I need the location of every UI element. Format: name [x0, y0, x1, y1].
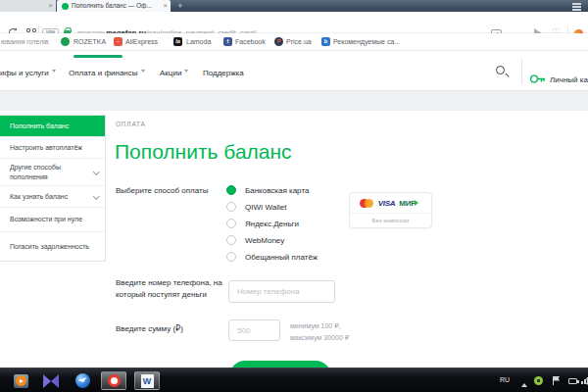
search-icon[interactable]	[496, 66, 505, 74]
media-player-icon[interactable]	[11, 372, 30, 389]
radio-qiwi[interactable]: QIWI Wallet	[226, 202, 286, 212]
bookmark-hotels[interactable]: ювання готелів	[1, 38, 49, 45]
radio-webmoney[interactable]: WebMoney	[226, 235, 284, 245]
facebook-icon: f	[223, 37, 232, 46]
priceua-icon: P	[274, 37, 283, 46]
radio-label: QIWI Wallet	[245, 203, 286, 212]
tray-expand-icon[interactable]	[521, 380, 527, 387]
sidebar-item-label: Как узнать баланс	[10, 192, 68, 201]
mir-arrow-icon	[415, 200, 421, 206]
mir-text: МИР	[399, 199, 416, 208]
amount-input[interactable]	[228, 319, 280, 341]
action-center-flag-icon[interactable]	[553, 376, 554, 385]
visa-logo: VISA	[378, 199, 395, 208]
personal-account-link[interactable]: Личный ка	[529, 69, 588, 86]
sidebar-item-autopay[interactable]: Настроить автоплатёж	[0, 137, 105, 159]
nav-support[interactable]: Поддержка	[203, 69, 244, 77]
radio-yandex-money[interactable]: Яндекс.Деньги	[226, 219, 299, 228]
sidebar-item-other-methods[interactable]: Другие способы пополнения	[0, 159, 105, 186]
phone-input[interactable]	[228, 280, 335, 303]
sidebar-item-pay-debt[interactable]: Погасить задолженность	[0, 232, 105, 261]
browser-menu-icon[interactable]	[572, 3, 581, 5]
tab-title: Пополнить баланс — Оф...	[72, 2, 156, 9]
phone-label: Введите номер телефона, на который посту…	[116, 277, 229, 301]
bookmark-aliexpress[interactable]: AliExpress	[125, 38, 158, 45]
sidebar-menu: Пополнить баланс Настроить автоплатёж Др…	[0, 115, 106, 262]
recommended-icon: b	[321, 37, 330, 46]
nav-label: Поддержка	[203, 69, 244, 77]
nav-label: ифы и услуги	[0, 69, 49, 77]
breadcrumb[interactable]: ОПЛАТА	[116, 121, 146, 127]
sidebar-item-topup[interactable]: Пополнить баланс	[0, 116, 105, 137]
nav-label: Акции	[160, 69, 181, 77]
card-types-badge: VISA МИР Без комиссии	[349, 192, 432, 228]
opera-browser-icon[interactable]	[101, 371, 126, 390]
tab-close-icon[interactable]	[163, 1, 168, 11]
sidebar-item-label: Другие способы пополнения	[10, 163, 91, 180]
sidebar-item-zero-options[interactable]: Возможности при нуле	[0, 208, 105, 232]
active-tab[interactable]: Пополнить баланс — Оф...	[57, 0, 171, 12]
rozetka-icon	[61, 37, 70, 46]
radio-bank-card[interactable]: Банковская карта	[226, 185, 309, 195]
chevron-down-icon	[93, 192, 99, 198]
bookmark-lamoda[interactable]: Lamoda	[186, 38, 211, 45]
lamoda-icon: la	[173, 37, 182, 46]
amount-hint-max: максимум 30000 ₽	[290, 334, 349, 342]
radio-icon[interactable]	[226, 202, 236, 212]
login-label: Личный ка	[550, 75, 588, 84]
word-icon[interactable]: W	[134, 371, 160, 390]
amount-hint-min: минимум 100 ₽,	[290, 322, 341, 330]
radio-icon[interactable]	[226, 219, 236, 228]
progress-bar	[74, 55, 122, 58]
radio-icon[interactable]	[226, 235, 236, 245]
chevron-down-icon	[93, 168, 99, 173]
nav-label: Оплата и финансы	[69, 69, 138, 77]
bookmarks-bar: ювання готелів ROZETKA ◦ AliExpress la L…	[0, 33, 588, 51]
radio-label: Обещанный платёж	[245, 253, 318, 262]
page-title: Пополнить баланс	[115, 140, 292, 164]
radio-selected-icon[interactable]	[226, 185, 236, 195]
nav-promos[interactable]: Акции	[160, 69, 188, 77]
new-tab-button[interactable]	[174, 0, 186, 12]
aliexpress-icon: ◦	[114, 37, 122, 46]
amount-label: Введите сумму (₽)	[116, 323, 183, 335]
inactive-tab[interactable]	[0, 0, 56, 12]
no-fee-label: Без комиссии	[350, 214, 431, 227]
radio-label: Банковская карта	[245, 186, 309, 195]
nav-payments[interactable]: Оплата и финансы	[69, 69, 145, 77]
chevron-down-icon	[52, 70, 56, 74]
screen: Пополнить баланс — Оф... VPN moscow.mega…	[0, 0, 588, 392]
browser-tab-strip: Пополнить баланс — Оф...	[0, 0, 588, 12]
chevron-down-icon	[141, 70, 145, 74]
battery-icon[interactable]	[568, 378, 577, 384]
mir-logo: МИР	[399, 199, 421, 208]
page-top-strip	[0, 91, 588, 111]
method-label: Выберите способ оплаты	[116, 186, 208, 195]
sidebar-item-check-balance[interactable]: Как узнать баланс	[0, 186, 105, 208]
megafon-favicon-icon	[62, 3, 69, 10]
page-content: Пополнить баланс Настроить автоплатёж Др…	[0, 91, 588, 368]
media-player-classic-icon[interactable]	[41, 372, 61, 389]
radio-promised-payment[interactable]: Обещанный платёж	[226, 252, 318, 262]
bookmark-rozetka[interactable]: ROZETKA	[74, 38, 106, 45]
radio-label: Яндекс.Деньги	[245, 220, 299, 228]
bookmark-priceua[interactable]: Price.ua	[286, 38, 312, 45]
site-header: ифы и услуги Оплата и финансы Акции Подд…	[0, 51, 588, 91]
radio-icon[interactable]	[226, 252, 236, 262]
header-divider	[521, 59, 522, 84]
language-indicator[interactable]: RU	[500, 376, 510, 383]
taskbar: W RU	[0, 368, 588, 392]
bookmark-facebook[interactable]: Facebook	[235, 38, 266, 45]
chevron-down-icon	[184, 70, 188, 74]
antivirus-tray-icon[interactable]	[534, 376, 543, 385]
key-icon	[529, 74, 546, 84]
radio-label: WebMoney	[245, 236, 284, 245]
nav-tariffs[interactable]: ифы и услуги	[0, 69, 56, 77]
blue-orb-app-icon[interactable]	[73, 372, 92, 389]
bookmark-recommended[interactable]: Рекомендуемые са...	[333, 38, 400, 45]
mastercard-icon	[360, 198, 374, 208]
tab-close-icon[interactable]	[48, 1, 53, 11]
address-toolbar: VPN moscow.megafon.ru/pay/online_payment…	[0, 12, 588, 33]
